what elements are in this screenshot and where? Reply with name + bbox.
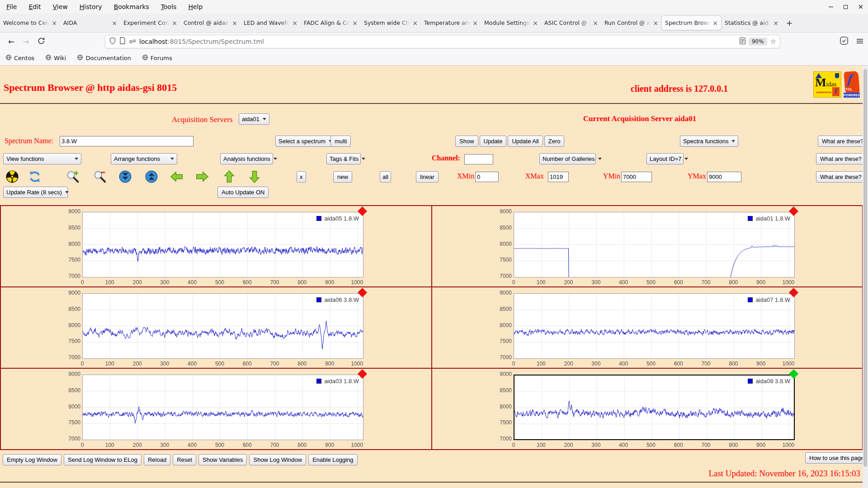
menu-item-edit[interactable]: Edit xyxy=(28,3,41,10)
number-of-galleries-select[interactable]: Number of Galleries xyxy=(539,153,596,164)
menu-item-bookmarks[interactable]: Bookmarks xyxy=(114,3,149,10)
footer-button-4[interactable]: Show Variables xyxy=(198,454,247,465)
what-are-these-button-3[interactable]: What are these? xyxy=(816,171,866,183)
ymin-input[interactable] xyxy=(621,172,652,182)
bookmark-forums[interactable]: Forums xyxy=(142,54,172,62)
what-are-these-button-2[interactable]: What are these? xyxy=(816,153,866,164)
x-axis-button[interactable]: x xyxy=(297,171,306,183)
scrollbar-thumb[interactable] xyxy=(863,69,867,467)
compress-vertical-icon[interactable] xyxy=(118,170,132,183)
browser-tab-4[interactable]: LED and Wavefo× xyxy=(241,14,301,33)
pan-right-icon[interactable] xyxy=(195,170,209,183)
shield-check-icon[interactable] xyxy=(840,37,848,47)
zero-button[interactable]: Zero xyxy=(544,136,565,147)
tab-close-icon[interactable]: × xyxy=(52,19,57,27)
tab-close-icon[interactable]: × xyxy=(773,19,778,27)
zoom-level-badge[interactable]: 90% xyxy=(749,38,767,46)
tab-close-icon[interactable]: × xyxy=(352,19,358,27)
ymax-input[interactable] xyxy=(707,172,741,182)
footer-button-2[interactable]: Reload xyxy=(144,454,170,465)
spectra-functions-select[interactable]: Spectra functions xyxy=(680,136,738,147)
zoom-out-icon[interactable] xyxy=(93,170,107,183)
xmin-input[interactable] xyxy=(475,172,499,182)
zoom-in-icon[interactable] xyxy=(66,170,80,183)
minimize-icon[interactable]: − xyxy=(828,4,834,10)
footer-button-0[interactable]: Empty Log Window xyxy=(3,454,61,465)
bookmark-documentation[interactable]: Documentation xyxy=(77,54,131,62)
url-text[interactable]: localhost:8015/Spectrum/Spectrum.tml xyxy=(139,38,736,45)
browser-tab-8[interactable]: Module Settings× xyxy=(481,14,541,33)
footer-button-6[interactable]: Enable Logging xyxy=(308,454,357,465)
tab-close-icon[interactable]: × xyxy=(653,19,658,27)
browser-tab-2[interactable]: Experiment Cont× xyxy=(120,14,180,33)
close-icon[interactable]: × xyxy=(858,4,863,10)
new-tab-button[interactable]: + xyxy=(782,18,797,28)
browser-tab-6[interactable]: System wide Che× xyxy=(361,14,421,33)
browser-tab-3[interactable]: Control @ aidas× xyxy=(180,14,241,33)
select-a-spectrum-select[interactable]: Select a spectrum xyxy=(275,136,335,147)
show-button[interactable]: Show xyxy=(455,136,478,147)
tab-close-icon[interactable]: × xyxy=(112,19,117,27)
what-are-these-button-1[interactable]: What are these? xyxy=(818,136,868,147)
tab-close-icon[interactable]: × xyxy=(412,19,418,27)
browser-tab-5[interactable]: FADC Align & Co× xyxy=(301,14,361,33)
pan-up-icon[interactable] xyxy=(222,170,236,183)
spectrum-name-input[interactable] xyxy=(60,136,193,146)
menu-item-tools[interactable]: Tools xyxy=(161,3,177,10)
tab-close-icon[interactable]: × xyxy=(593,19,598,27)
tab-close-icon[interactable]: × xyxy=(533,19,538,27)
midas-logo[interactable]: Midas powered by f xyxy=(813,71,841,98)
radiation-icon[interactable] xyxy=(5,170,19,183)
tab-close-icon[interactable]: × xyxy=(172,19,177,27)
bookmark-wiki[interactable]: Wiki xyxy=(45,54,66,62)
update-rate-select[interactable]: Update Rate (8 secs) xyxy=(3,187,68,198)
footer-button-1[interactable]: Send Log Window to ELog xyxy=(64,454,142,465)
view-functions-select[interactable]: View functions xyxy=(3,153,81,164)
scrollbar[interactable] xyxy=(863,66,868,488)
browser-tab-0[interactable]: Welcome to Cen× xyxy=(0,14,60,33)
shield-icon[interactable] xyxy=(109,37,116,47)
reader-mode-icon[interactable] xyxy=(740,38,745,46)
xmax-input[interactable] xyxy=(548,172,569,182)
page-info-icon[interactable] xyxy=(119,37,126,46)
menu-item-help[interactable]: Help xyxy=(188,3,203,10)
forward-icon[interactable]: → xyxy=(23,37,29,46)
arrange-functions-select[interactable]: Arrange functions xyxy=(111,153,177,164)
expand-vertical-icon[interactable] xyxy=(145,170,158,183)
all-button[interactable]: all xyxy=(380,171,391,183)
tab-close-icon[interactable]: × xyxy=(292,19,297,27)
how-to-use-button[interactable]: How to use this page xyxy=(805,452,868,464)
browser-tab-11[interactable]: Spectrum Brows× xyxy=(661,15,722,30)
browser-tab-7[interactable]: Temperature and× xyxy=(421,14,481,33)
browser-tab-9[interactable]: ASIC Control @ a× xyxy=(541,14,601,33)
tags-fits-select[interactable]: Tags & Fits xyxy=(326,153,361,164)
url-bar[interactable]: localhost:8015/Spectrum/Spectrum.tml 90%… xyxy=(105,35,780,48)
auto-update-button[interactable]: Auto Update ON xyxy=(217,187,269,198)
multi-button[interactable]: multi xyxy=(330,136,351,147)
browser-tab-12[interactable]: Statistics @ aida× xyxy=(722,14,782,33)
channel-input[interactable] xyxy=(464,154,493,164)
menu-item-view[interactable]: View xyxy=(53,3,68,10)
permissions-icon[interactable] xyxy=(129,38,136,46)
menu-item-history[interactable]: History xyxy=(80,3,102,10)
tab-close-icon[interactable]: × xyxy=(232,19,237,27)
back-icon[interactable]: ← xyxy=(8,37,14,46)
hamburger-menu-icon[interactable] xyxy=(856,38,863,46)
refresh-icon[interactable] xyxy=(28,170,42,183)
acquisition-server-select[interactable]: aida01 xyxy=(239,113,269,125)
layout-id-select[interactable]: Layout ID=7 xyxy=(646,153,684,164)
reload-icon[interactable] xyxy=(38,37,45,47)
browser-tab-10[interactable]: Run Control @ a× xyxy=(601,14,661,33)
pan-down-icon[interactable] xyxy=(248,170,261,183)
footer-button-5[interactable]: Show Log Window xyxy=(249,454,306,465)
update-button[interactable]: Update xyxy=(480,136,507,147)
pan-left-icon[interactable] xyxy=(170,170,184,183)
tcl-powered-logo[interactable]: f TCL POWERED xyxy=(844,70,860,98)
tab-close-icon[interactable]: × xyxy=(712,19,718,27)
new-button[interactable]: new xyxy=(333,171,352,183)
tab-close-icon[interactable]: × xyxy=(472,19,478,27)
bookmark-star-icon[interactable]: ☆ xyxy=(770,38,776,46)
footer-button-3[interactable]: Reset xyxy=(173,454,196,465)
analysis-functions-select[interactable]: Analysis functions xyxy=(220,153,273,164)
linear-button[interactable]: linear xyxy=(416,171,439,183)
